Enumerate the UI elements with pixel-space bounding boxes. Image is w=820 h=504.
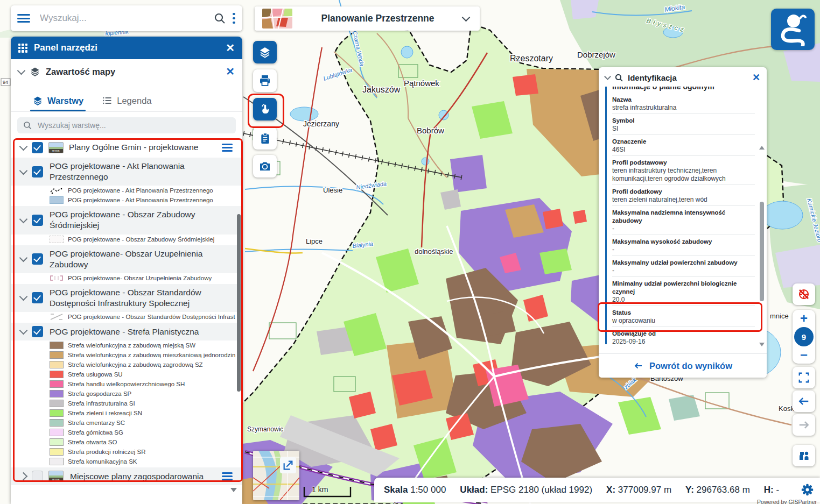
identify-tool-button[interactable] bbox=[253, 98, 277, 120]
list-icon bbox=[102, 95, 113, 106]
chevron-down-icon[interactable] bbox=[604, 73, 611, 80]
layer-label: POG projektowane - Obszar Zabudowy Śródm… bbox=[48, 209, 236, 231]
map-place-label: Szymanowic bbox=[247, 425, 283, 433]
chevron-down-icon[interactable] bbox=[19, 293, 28, 301]
road-number-badge: 94 bbox=[3, 80, 8, 85]
legend-label: Strefa cmentarzy SC bbox=[68, 420, 125, 426]
scroll-up-icon[interactable] bbox=[759, 146, 765, 150]
gis-application: 94 RzeszotaryDobrzejówJakuszówPątnówekJe… bbox=[0, 0, 820, 504]
legend-label: POG projektowane - Akt Planowania Przest… bbox=[68, 197, 213, 203]
chevron-down-icon[interactable] bbox=[19, 166, 28, 175]
map-context-label: Planowanie Przestrzenne bbox=[292, 13, 463, 24]
layer-row[interactable]: POG projektowane - Obszar Standardów Dos… bbox=[11, 284, 242, 312]
clipboard-icon bbox=[259, 132, 271, 145]
field-value: - bbox=[612, 246, 755, 254]
legend-item: Strefa cmentarzy SC bbox=[11, 418, 242, 428]
chevron-down-icon[interactable] bbox=[462, 13, 471, 22]
layer-row[interactable]: POG projektowane - Akt Planowania Przest… bbox=[11, 158, 242, 186]
identify-field: Profil podstawowyteren infrastruktury te… bbox=[612, 156, 755, 185]
print-tool-button[interactable] bbox=[253, 69, 277, 92]
chevron-down-icon[interactable] bbox=[19, 143, 28, 151]
field-label: Oznaczenie bbox=[612, 138, 755, 146]
close-identify-icon[interactable]: ✕ bbox=[752, 73, 760, 82]
fullscreen-button[interactable] bbox=[793, 367, 815, 388]
layers-icon bbox=[30, 66, 40, 77]
legend-item: Strefa handlu wielkopowierzchniowego SH bbox=[11, 379, 242, 389]
identify-panel: Identyfikacja ✕ Informacje o planie ogól… bbox=[599, 67, 767, 378]
scroll-down-icon[interactable] bbox=[230, 488, 237, 492]
legend-item: POG projektowane - Obszar Standardów Dos… bbox=[11, 312, 242, 322]
legend-label: Strefa produkcji rolniczej SR bbox=[68, 449, 145, 455]
next-view-button[interactable] bbox=[793, 414, 815, 436]
scroll-down-icon[interactable] bbox=[759, 343, 765, 346]
layer-search-input[interactable] bbox=[37, 120, 230, 130]
map-context-selector[interactable]: Planowanie Przestrzenne bbox=[255, 6, 480, 31]
zoom-out-button[interactable]: − bbox=[800, 350, 808, 360]
layer-checkbox[interactable] bbox=[32, 292, 43, 303]
layers-tool-button[interactable] bbox=[253, 41, 277, 63]
back-to-results-button[interactable]: Powrót do wyników bbox=[599, 353, 767, 378]
layer-menu-icon[interactable] bbox=[222, 147, 233, 148]
close-panel-icon[interactable]: ✕ bbox=[226, 42, 235, 53]
layer-row[interactable]: POG projektowane - Obszar Zabudowy Śródm… bbox=[11, 206, 242, 234]
layer-row[interactable]: POG projektowane- Obszar Uzupełnienia Za… bbox=[11, 245, 242, 273]
layer-checkbox[interactable] bbox=[32, 215, 43, 226]
back-to-results-label: Powrót do wyników bbox=[649, 361, 732, 371]
identify-scrollbar[interactable] bbox=[760, 202, 764, 301]
chevron-right-icon[interactable] bbox=[19, 472, 28, 481]
more-options-icon[interactable] bbox=[233, 13, 236, 24]
layer-label: POG projektowane - Akt Planowania Przest… bbox=[48, 161, 236, 182]
previous-view-button[interactable] bbox=[793, 391, 815, 412]
legend-item: Strefa gospodarcza SP bbox=[11, 389, 242, 399]
settings-button[interactable] bbox=[800, 482, 815, 500]
layer-label: POG projektowane - Strefa Planistyczna bbox=[48, 326, 236, 337]
chevron-down-icon[interactable] bbox=[19, 326, 28, 335]
tools-panel-title: Panel narzędzi bbox=[34, 42, 226, 53]
scale-value[interactable]: 1:50 000 bbox=[410, 485, 446, 495]
h-label: H: bbox=[764, 485, 774, 495]
tab-legend[interactable]: Legenda bbox=[102, 90, 151, 111]
chevron-down-icon[interactable] bbox=[19, 254, 28, 262]
results-tool-button[interactable] bbox=[253, 127, 277, 150]
layer-checkbox[interactable] bbox=[32, 142, 43, 153]
layer-row[interactable]: POG projektowane - Strefa Planistyczna bbox=[11, 323, 242, 340]
close-map-content-icon[interactable]: ✕ bbox=[226, 66, 235, 77]
tab-layers[interactable]: Warstwy bbox=[32, 90, 83, 111]
compass-disabled-button[interactable] bbox=[793, 283, 815, 305]
expand-icon bbox=[282, 459, 294, 471]
chevron-down-icon[interactable] bbox=[17, 66, 26, 75]
search-input[interactable] bbox=[39, 12, 213, 24]
search-icon bbox=[23, 120, 32, 130]
layer-row[interactable]: wmsMiejscowe plany zagospodarowania bbox=[11, 467, 242, 485]
apps-grid-icon[interactable] bbox=[18, 44, 27, 53]
layers-icon bbox=[258, 46, 271, 59]
legend-label: Strefa górnictwa SG bbox=[68, 429, 123, 436]
zoom-in-button[interactable]: + bbox=[800, 313, 808, 324]
field-value: 20.0 bbox=[612, 296, 755, 304]
layer-checkbox[interactable] bbox=[32, 166, 43, 178]
search-icon[interactable] bbox=[213, 12, 226, 25]
panel-scrollbar[interactable] bbox=[237, 214, 241, 392]
crs-value[interactable]: EPSG 2180 (układ 1992) bbox=[490, 485, 592, 495]
wms-layer-icon: wms bbox=[48, 471, 64, 482]
layer-menu-icon[interactable] bbox=[222, 475, 233, 477]
legend-label: Strefa usługowa SU bbox=[68, 371, 123, 378]
identify-field: Maksymalna wysokość zabudowy- bbox=[612, 235, 755, 256]
powered-by-label: Powered by GISPartner bbox=[757, 499, 817, 504]
menu-hamburger-icon[interactable] bbox=[17, 14, 30, 23]
expand-overview-button[interactable] bbox=[280, 457, 296, 473]
legend-item: Strefa wielofunkcyjna z zabudową zagrodo… bbox=[11, 360, 242, 370]
layer-checkbox[interactable] bbox=[32, 471, 43, 482]
layer-checkbox[interactable] bbox=[32, 326, 43, 337]
layer-checkbox[interactable] bbox=[32, 253, 43, 265]
field-label: Profil podstawowy bbox=[612, 159, 755, 167]
identify-results[interactable]: Informacje o planie ogólnym Nazwastrefa … bbox=[605, 87, 757, 344]
legend-symbol-icon bbox=[50, 313, 64, 321]
field-value: w opracowaniu bbox=[612, 317, 755, 325]
arrow-right-icon bbox=[797, 419, 810, 431]
gispartner-logo[interactable] bbox=[771, 9, 815, 50]
layer-row[interactable]: wmsPlany Ogólne Gmin - projektowane bbox=[11, 139, 242, 157]
collaboration-button[interactable] bbox=[793, 445, 815, 466]
chevron-down-icon[interactable] bbox=[19, 215, 28, 224]
screenshot-tool-button[interactable] bbox=[253, 155, 277, 178]
